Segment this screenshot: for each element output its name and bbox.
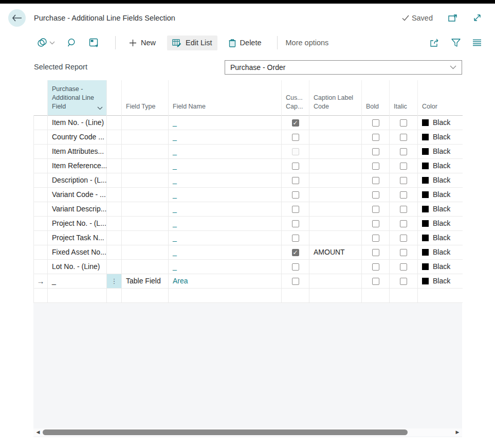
cell-field-type[interactable] [122, 245, 169, 259]
share-icon[interactable] [429, 39, 439, 47]
cell-field[interactable]: Lot No. - (Line) [48, 259, 107, 274]
cell-custom-caption[interactable] [282, 288, 309, 302]
cell-color[interactable] [418, 288, 463, 302]
cell-field-name[interactable]: _ [169, 202, 282, 216]
column-header-italic[interactable]: Italic [390, 80, 418, 115]
cell-field-type[interactable] [122, 202, 169, 216]
italic-checkbox[interactable] [400, 278, 407, 285]
custom-caption-checkbox[interactable] [292, 177, 299, 184]
table-row[interactable]: →_⋮Table FieldAreaBlack [34, 274, 463, 288]
delete-button[interactable]: Delete [224, 35, 267, 50]
column-header-color[interactable]: Color [418, 80, 463, 115]
cell-field[interactable]: Variant Descrip... [48, 202, 107, 216]
bold-checkbox[interactable] [372, 148, 379, 155]
cell-field-type[interactable] [122, 115, 169, 130]
scrollbar-track[interactable] [43, 429, 453, 435]
row-selector-cell[interactable] [34, 130, 48, 144]
custom-caption-checkbox[interactable] [292, 134, 299, 141]
cell-color[interactable]: Black [418, 202, 463, 216]
cell-bold[interactable] [362, 259, 390, 274]
bold-checkbox[interactable] [372, 206, 379, 213]
cell-italic[interactable] [390, 144, 418, 158]
cell-italic[interactable] [390, 158, 418, 173]
cell-field[interactable]: Country Code ... [48, 130, 107, 144]
cell-color[interactable]: Black [418, 173, 463, 187]
cell-caption-label-code[interactable] [309, 115, 362, 130]
bold-checkbox[interactable] [372, 235, 379, 242]
custom-caption-checkbox[interactable] [292, 235, 299, 242]
field-name-link[interactable]: _ [173, 176, 177, 184]
cell-caption-label-code[interactable] [309, 187, 362, 202]
cell-field[interactable]: Project No. - (L... [48, 216, 107, 230]
table-row[interactable]: Item Attributes..._Black [34, 144, 463, 158]
cell-bold[interactable] [362, 245, 390, 259]
column-header-field-name[interactable]: Field Name [169, 80, 282, 115]
field-name-link[interactable]: _ [173, 133, 177, 141]
cell-caption-label-code[interactable] [309, 288, 362, 302]
column-header-caption-label-code[interactable]: Caption Label Code [309, 80, 362, 115]
field-name-link[interactable]: _ [173, 190, 177, 199]
cell-custom-caption[interactable] [282, 187, 309, 202]
italic-checkbox[interactable] [400, 119, 407, 127]
cell-color[interactable]: Black [418, 144, 463, 158]
cell-bold[interactable] [362, 130, 390, 144]
custom-caption-checkbox[interactable] [292, 206, 299, 213]
italic-checkbox[interactable] [400, 191, 407, 199]
cell-bold[interactable] [362, 288, 390, 302]
cell-field-type[interactable] [122, 130, 169, 144]
row-selector-cell[interactable] [34, 173, 48, 187]
cell-field[interactable]: Item No. - (Line) [48, 115, 107, 130]
cell-italic[interactable] [390, 216, 418, 230]
cell-field-name[interactable]: _ [169, 158, 282, 173]
cell-field-name[interactable] [169, 288, 282, 302]
cell-field-name[interactable]: _ [169, 144, 282, 158]
field-name-link[interactable]: _ [173, 205, 177, 213]
filter-icon[interactable] [451, 39, 461, 47]
cell-field-type[interactable] [122, 288, 169, 302]
table-row[interactable]: Variant Code - ..._Black [34, 187, 463, 202]
italic-checkbox[interactable] [400, 220, 407, 227]
field-name-link[interactable]: _ [173, 162, 177, 170]
cell-field[interactable]: Project Task N... [48, 230, 107, 245]
table-row[interactable]: Fixed Asset No...._AMOUNTBlack [34, 245, 463, 259]
cell-caption-label-code[interactable] [309, 230, 362, 245]
cell-color[interactable]: Black [418, 230, 463, 245]
table-row[interactable]: Variant Descrip..._Black [34, 202, 463, 216]
cell-bold[interactable] [362, 144, 390, 158]
cell-color[interactable]: Black [418, 158, 463, 173]
cell-caption-label-code[interactable] [309, 173, 362, 187]
selected-report-dropdown[interactable]: Purchase - Order [225, 60, 462, 75]
cell-color[interactable]: Black [418, 216, 463, 230]
cell-field-type[interactable] [122, 173, 169, 187]
back-button[interactable] [8, 9, 26, 27]
italic-checkbox[interactable] [400, 134, 407, 141]
cell-caption-label-code[interactable] [309, 259, 362, 274]
table-row[interactable]: Project No. - (L..._Black [34, 216, 463, 230]
row-selector-cell[interactable] [34, 158, 48, 173]
cell-caption-label-code[interactable] [309, 202, 362, 216]
cell-custom-caption[interactable] [282, 130, 309, 144]
bold-checkbox[interactable] [372, 177, 379, 184]
table-row[interactable]: Lot No. - (Line)_Black [34, 259, 463, 274]
cell-italic[interactable] [390, 259, 418, 274]
cell-field[interactable] [48, 288, 107, 302]
cell-custom-caption[interactable] [282, 230, 309, 245]
cell-italic[interactable] [390, 288, 418, 302]
cell-field-type[interactable] [122, 259, 169, 274]
custom-caption-checkbox[interactable] [292, 278, 299, 285]
expand-icon[interactable] [473, 13, 482, 22]
cell-custom-caption[interactable] [282, 202, 309, 216]
italic-checkbox[interactable] [400, 206, 407, 213]
cell-italic[interactable] [390, 187, 418, 202]
new-button[interactable]: New [124, 35, 161, 50]
custom-caption-checkbox[interactable] [292, 163, 299, 170]
field-name-link[interactable]: _ [173, 248, 177, 256]
field-name-link[interactable]: _ [173, 234, 177, 242]
cell-bold[interactable] [362, 187, 390, 202]
cell-bold[interactable] [362, 202, 390, 216]
cell-bold[interactable] [362, 274, 390, 288]
cell-color[interactable]: Black [418, 187, 463, 202]
italic-checkbox[interactable] [400, 163, 407, 170]
row-selector-cell[interactable] [34, 115, 48, 130]
cell-field[interactable]: Fixed Asset No.... [48, 245, 107, 259]
